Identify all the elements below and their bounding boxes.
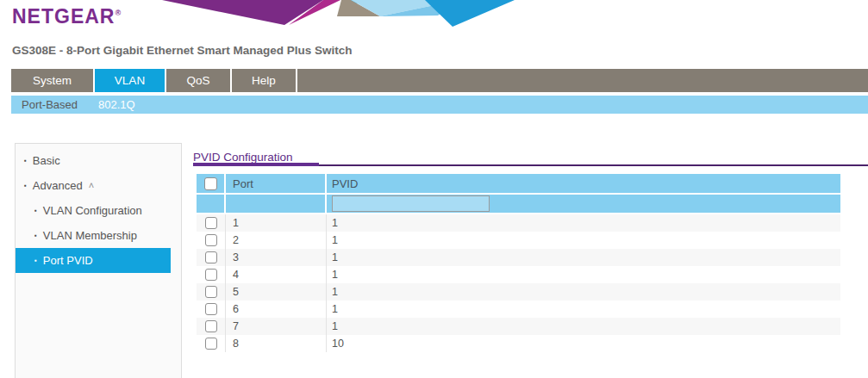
select-all-checkbox[interactable] — [204, 177, 217, 190]
bullet-icon: ▪ — [24, 183, 27, 189]
netgear-logo-text: NETGEAR — [12, 5, 115, 28]
page-title: GS308E - 8-Port Gigabit Ethernet Smart M… — [12, 44, 353, 57]
row-checkbox[interactable] — [205, 217, 217, 229]
row-select-cell — [197, 283, 226, 301]
row-select-cell — [197, 318, 226, 335]
filter-select-cell — [197, 195, 226, 213]
subnav-item[interactable]: 802.1Q — [88, 98, 146, 111]
bullet-icon: ▪ — [24, 158, 27, 164]
sub-nav: Port-Based 802.1Q — [11, 96, 868, 114]
table-row: 7 1 — [197, 318, 840, 335]
bullet-icon: ▪ — [34, 257, 37, 264]
row-pvid-cell: 1 — [327, 214, 840, 232]
caret-up-icon: ˄ — [89, 181, 94, 190]
filter-pvid-cell — [327, 195, 840, 213]
bullet-icon: ▪ — [34, 208, 37, 214]
sidebar-item[interactable]: ▪ Advanced ˄ — [16, 173, 181, 198]
row-checkbox[interactable] — [205, 286, 217, 298]
section-heading: PVID Configuration — [193, 151, 293, 164]
table-row: 6 1 — [197, 301, 840, 318]
row-checkbox[interactable] — [205, 269, 217, 281]
row-select-cell — [197, 301, 226, 318]
sidebar-item[interactable]: ▪ Port PVID — [16, 248, 171, 273]
header-banner-graphic — [128, 0, 559, 27]
netgear-logo: NETGEAR® — [12, 5, 122, 28]
nav-tab[interactable]: Help — [232, 69, 297, 92]
row-pvid-cell: 1 — [327, 318, 840, 335]
heading-rule-accent — [193, 163, 319, 166]
row-port-cell: 3 — [226, 249, 327, 266]
header-pvid-cell: PVID — [327, 174, 840, 193]
row-checkbox[interactable] — [205, 303, 217, 315]
row-select-cell — [197, 266, 226, 283]
table-header-row: Port PVID — [197, 174, 840, 195]
nav-tab[interactable]: VLAN — [95, 69, 166, 92]
sidebar-item-label: Advanced — [33, 179, 83, 192]
header-port-cell: Port — [226, 174, 327, 193]
bullet-icon: ▪ — [34, 232, 37, 239]
row-pvid-cell: 1 — [327, 249, 840, 266]
row-checkbox[interactable] — [205, 320, 217, 332]
row-port-cell: 7 — [226, 318, 327, 335]
table-body: 1 1 2 1 3 1 — [197, 214, 840, 352]
table-row: 5 1 — [197, 283, 840, 301]
header-select-cell — [197, 174, 226, 193]
table-filter-row — [197, 195, 840, 214]
sidebar-item-label: Port PVID — [43, 254, 93, 267]
row-select-cell — [197, 249, 226, 266]
nav-tab[interactable]: System — [11, 69, 95, 92]
row-select-cell — [197, 335, 226, 352]
row-port-cell: 4 — [226, 266, 327, 283]
row-port-cell: 5 — [226, 283, 327, 301]
sidebar-item-label: VLAN Membership — [43, 229, 137, 242]
row-port-cell: 6 — [226, 301, 327, 318]
pvid-filter-input[interactable] — [332, 195, 490, 212]
sidebar-item[interactable]: ▪ VLAN Configuration — [16, 198, 181, 223]
row-checkbox[interactable] — [205, 234, 217, 246]
row-port-cell: 8 — [226, 335, 327, 352]
table-row: 4 1 — [197, 266, 840, 283]
row-checkbox[interactable] — [205, 251, 217, 263]
table-row: 8 10 — [197, 335, 840, 352]
nav-tab[interactable]: QoS — [166, 69, 232, 92]
sidebar-item[interactable]: ▪ VLAN Membership — [16, 223, 181, 248]
row-pvid-cell: 10 — [327, 335, 840, 352]
table-row: 1 1 — [197, 214, 840, 232]
sidebar: ▪ Basic ▪ Advanced ˄ ▪ VLAN Configuratio… — [15, 143, 182, 378]
registered-mark: ® — [115, 9, 122, 17]
row-pvid-cell: 1 — [327, 283, 840, 301]
row-pvid-cell: 1 — [327, 232, 840, 249]
sidebar-item-label: Basic — [33, 154, 60, 167]
row-checkbox[interactable] — [205, 338, 217, 350]
sidebar-item-label: VLAN Configuration — [43, 204, 142, 217]
table-row: 2 1 — [197, 232, 840, 249]
sidebar-item[interactable]: ▪ Basic — [16, 148, 181, 173]
row-select-cell — [197, 214, 226, 232]
row-port-cell: 1 — [226, 214, 327, 232]
row-select-cell — [197, 232, 226, 249]
filter-port-cell — [226, 195, 327, 213]
row-pvid-cell: 1 — [327, 301, 840, 318]
subnav-item[interactable]: Port-Based — [11, 98, 88, 111]
table-row: 3 1 — [197, 249, 840, 266]
row-pvid-cell: 1 — [327, 266, 840, 283]
row-port-cell: 2 — [226, 232, 327, 249]
pvid-table: Port PVID 1 1 2 1 — [197, 174, 840, 352]
main-nav: System VLAN QoS Help — [11, 69, 868, 92]
